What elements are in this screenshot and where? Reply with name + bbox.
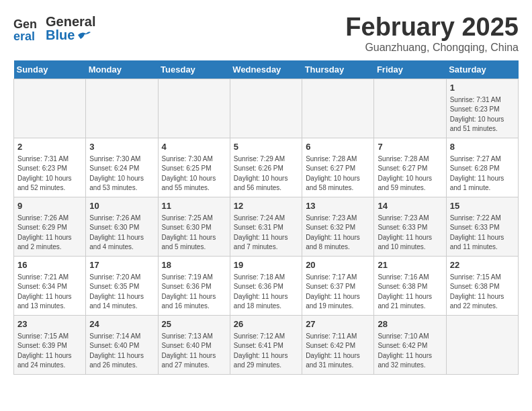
day-number: 26 (234, 318, 298, 330)
calendar-cell-w3-d4: 12Sunrise: 7:24 AM Sunset: 6:31 PM Dayli… (230, 197, 302, 256)
calendar-cell-w2-d3: 4Sunrise: 7:30 AM Sunset: 6:25 PM Daylig… (158, 138, 230, 197)
calendar-cell-w5-d3: 25Sunrise: 7:13 AM Sunset: 6:40 PM Dayli… (158, 315, 230, 374)
day-number: 7 (378, 141, 442, 153)
calendar-cell-w1-d1 (14, 79, 86, 138)
day-info: Sunrise: 7:28 AM Sunset: 6:27 PM Dayligh… (378, 154, 442, 193)
calendar-cell-w4-d2: 17Sunrise: 7:20 AM Sunset: 6:35 PM Dayli… (86, 256, 158, 315)
day-info: Sunrise: 7:23 AM Sunset: 6:32 PM Dayligh… (306, 214, 370, 253)
day-info: Sunrise: 7:22 AM Sunset: 6:33 PM Dayligh… (450, 214, 515, 253)
calendar-cell-w3-d6: 14Sunrise: 7:23 AM Sunset: 6:33 PM Dayli… (374, 197, 446, 256)
calendar-title: February 2025 (345, 13, 519, 42)
calendar-cell-w5-d5: 27Sunrise: 7:11 AM Sunset: 6:42 PM Dayli… (302, 315, 374, 374)
day-info: Sunrise: 7:15 AM Sunset: 6:38 PM Dayligh… (450, 273, 515, 312)
calendar-cell-w1-d4 (230, 79, 302, 138)
day-number: 1 (450, 82, 515, 94)
calendar-cell-w1-d7: 1Sunrise: 7:31 AM Sunset: 6:23 PM Daylig… (446, 79, 518, 138)
calendar-cell-w5-d2: 24Sunrise: 7:14 AM Sunset: 6:40 PM Dayli… (86, 315, 158, 374)
day-number: 12 (234, 200, 298, 212)
day-number: 21 (378, 259, 442, 271)
calendar-cell-w4-d3: 18Sunrise: 7:19 AM Sunset: 6:36 PM Dayli… (158, 256, 230, 315)
calendar-cell-w2-d5: 6Sunrise: 7:28 AM Sunset: 6:27 PM Daylig… (302, 138, 374, 197)
calendar-cell-w5-d7 (446, 315, 518, 374)
calendar-cell-w3-d2: 10Sunrise: 7:26 AM Sunset: 6:30 PM Dayli… (86, 197, 158, 256)
day-info: Sunrise: 7:24 AM Sunset: 6:31 PM Dayligh… (234, 214, 298, 253)
page-header: Gen eral General Blue February 2025 Guan… (13, 13, 519, 54)
calendar-cell-w2-d6: 7Sunrise: 7:28 AM Sunset: 6:27 PM Daylig… (374, 138, 446, 197)
day-info: Sunrise: 7:27 AM Sunset: 6:28 PM Dayligh… (450, 154, 515, 193)
calendar-week-5: 23Sunrise: 7:15 AM Sunset: 6:39 PM Dayli… (14, 315, 519, 374)
day-number: 28 (378, 318, 442, 330)
day-info: Sunrise: 7:14 AM Sunset: 6:40 PM Dayligh… (89, 332, 154, 371)
day-info: Sunrise: 7:20 AM Sunset: 6:35 PM Dayligh… (89, 273, 154, 312)
calendar-cell-w2-d4: 5Sunrise: 7:29 AM Sunset: 6:26 PM Daylig… (230, 138, 302, 197)
calendar-cell-w4-d4: 19Sunrise: 7:18 AM Sunset: 6:36 PM Dayli… (230, 256, 302, 315)
col-sunday: Sunday (14, 60, 86, 79)
logo-general: General (46, 15, 95, 28)
day-number: 3 (89, 141, 154, 153)
col-monday: Monday (86, 60, 158, 79)
calendar-cell-w4-d7: 22Sunrise: 7:15 AM Sunset: 6:38 PM Dayli… (446, 256, 518, 315)
calendar-week-1: 1Sunrise: 7:31 AM Sunset: 6:23 PM Daylig… (14, 79, 519, 138)
day-number: 25 (162, 318, 226, 330)
calendar-header: February 2025 Guanzhuang, Chongqing, Chi… (345, 13, 519, 54)
calendar-cell-w4-d1: 16Sunrise: 7:21 AM Sunset: 6:34 PM Dayli… (14, 256, 86, 315)
day-number: 5 (234, 141, 298, 153)
day-number: 18 (162, 259, 226, 271)
logo-blue: Blue (46, 28, 75, 42)
col-wednesday: Wednesday (230, 60, 302, 79)
day-info: Sunrise: 7:26 AM Sunset: 6:30 PM Dayligh… (89, 214, 154, 253)
calendar-cell-w1-d3 (158, 79, 230, 138)
svg-text:Gen: Gen (13, 17, 37, 31)
day-number: 20 (306, 259, 370, 271)
day-info: Sunrise: 7:21 AM Sunset: 6:34 PM Dayligh… (17, 273, 82, 312)
calendar-cell-w3-d1: 9Sunrise: 7:26 AM Sunset: 6:29 PM Daylig… (14, 197, 86, 256)
day-info: Sunrise: 7:30 AM Sunset: 6:24 PM Dayligh… (89, 154, 154, 193)
calendar-week-3: 9Sunrise: 7:26 AM Sunset: 6:29 PM Daylig… (14, 197, 519, 256)
day-info: Sunrise: 7:23 AM Sunset: 6:33 PM Dayligh… (378, 214, 442, 253)
day-info: Sunrise: 7:28 AM Sunset: 6:27 PM Dayligh… (306, 154, 370, 193)
day-number: 6 (306, 141, 370, 153)
day-number: 2 (17, 141, 82, 153)
calendar-header-row: Sunday Monday Tuesday Wednesday Thursday… (14, 60, 519, 79)
day-info: Sunrise: 7:16 AM Sunset: 6:38 PM Dayligh… (378, 273, 442, 312)
day-number: 22 (450, 259, 515, 271)
calendar-cell-w4-d5: 20Sunrise: 7:17 AM Sunset: 6:37 PM Dayli… (302, 256, 374, 315)
calendar-week-4: 16Sunrise: 7:21 AM Sunset: 6:34 PM Dayli… (14, 256, 519, 315)
calendar-cell-w3-d3: 11Sunrise: 7:25 AM Sunset: 6:30 PM Dayli… (158, 197, 230, 256)
logo: Gen eral General Blue (13, 13, 95, 43)
day-number: 27 (306, 318, 370, 330)
day-number: 15 (450, 200, 515, 212)
calendar-week-2: 2Sunrise: 7:31 AM Sunset: 6:23 PM Daylig… (14, 138, 519, 197)
col-friday: Friday (374, 60, 446, 79)
col-tuesday: Tuesday (158, 60, 230, 79)
day-number: 24 (89, 318, 154, 330)
day-info: Sunrise: 7:17 AM Sunset: 6:37 PM Dayligh… (306, 273, 370, 312)
day-info: Sunrise: 7:11 AM Sunset: 6:42 PM Dayligh… (306, 332, 370, 371)
calendar-cell-w3-d7: 15Sunrise: 7:22 AM Sunset: 6:33 PM Dayli… (446, 197, 518, 256)
calendar-cell-w5-d6: 28Sunrise: 7:10 AM Sunset: 6:42 PM Dayli… (374, 315, 446, 374)
day-info: Sunrise: 7:30 AM Sunset: 6:25 PM Dayligh… (162, 154, 226, 193)
calendar-cell-w1-d6 (374, 79, 446, 138)
day-info: Sunrise: 7:31 AM Sunset: 6:23 PM Dayligh… (17, 154, 82, 193)
day-number: 8 (450, 141, 515, 153)
day-number: 16 (17, 259, 82, 271)
calendar-cell-w1-d5 (302, 79, 374, 138)
day-number: 17 (89, 259, 154, 271)
day-number: 14 (378, 200, 442, 212)
calendar-subtitle: Guanzhuang, Chongqing, China (345, 42, 519, 54)
calendar-cell-w2-d1: 2Sunrise: 7:31 AM Sunset: 6:23 PM Daylig… (14, 138, 86, 197)
calendar-cell-w2-d7: 8Sunrise: 7:27 AM Sunset: 6:28 PM Daylig… (446, 138, 518, 197)
logo-icon: Gen eral (13, 13, 43, 43)
day-info: Sunrise: 7:18 AM Sunset: 6:36 PM Dayligh… (234, 273, 298, 312)
calendar-cell-w1-d2 (86, 79, 158, 138)
day-number: 10 (89, 200, 154, 212)
day-info: Sunrise: 7:29 AM Sunset: 6:26 PM Dayligh… (234, 154, 298, 193)
col-thursday: Thursday (302, 60, 374, 79)
day-info: Sunrise: 7:15 AM Sunset: 6:39 PM Dayligh… (17, 332, 82, 371)
day-info: Sunrise: 7:26 AM Sunset: 6:29 PM Dayligh… (17, 214, 82, 253)
calendar-cell-w5-d4: 26Sunrise: 7:12 AM Sunset: 6:41 PM Dayli… (230, 315, 302, 374)
col-saturday: Saturday (446, 60, 518, 79)
day-number: 4 (162, 141, 226, 153)
day-number: 23 (17, 318, 82, 330)
calendar-body: 1Sunrise: 7:31 AM Sunset: 6:23 PM Daylig… (14, 79, 519, 374)
